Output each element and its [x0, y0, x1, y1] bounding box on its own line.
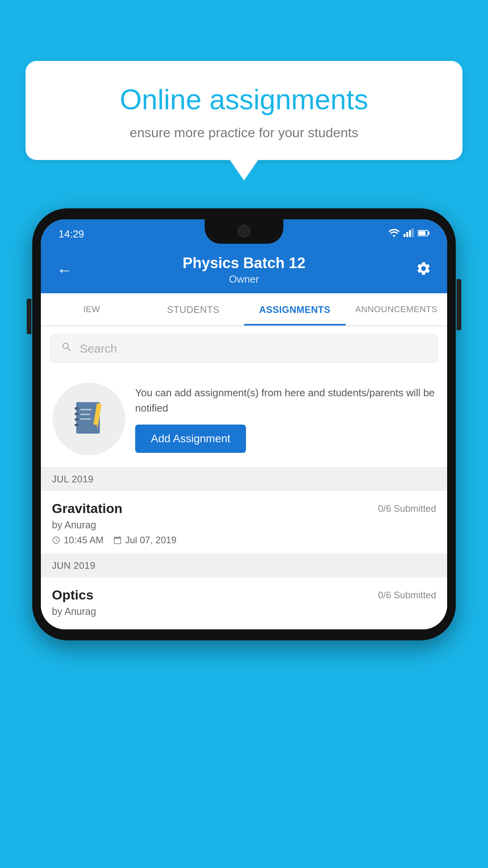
assignment-item-optics[interactable]: Optics 0/6 Submitted by Anurag [41, 577, 447, 629]
assignment-item-gravitation[interactable]: Gravitation 0/6 Submitted by Anurag 10:4… [41, 491, 447, 554]
svg-rect-0 [404, 234, 405, 237]
wifi-icon [389, 228, 400, 239]
speech-bubble: Online assignments ensure more practice … [26, 61, 462, 160]
tab-students[interactable]: STUDENTS [143, 293, 244, 326]
svg-rect-3 [412, 228, 414, 237]
phone-wrapper: 14:29 [32, 208, 456, 640]
assignment-meta: 10:45 AM Jul 07, 2019 [52, 535, 436, 546]
battery-icon [418, 229, 429, 239]
speech-bubble-container: Online assignments ensure more practice … [26, 61, 462, 160]
bubble-title: Online assignments [49, 83, 439, 116]
signal-icon [404, 228, 414, 239]
status-time: 14:29 [59, 228, 84, 240]
tab-announcements[interactable]: ANNOUNCEMENTS [346, 293, 448, 326]
search-placeholder: Search [80, 342, 117, 355]
phone-side-button-right [457, 279, 461, 330]
tab-assignments[interactable]: ASSIGNMENTS [244, 293, 346, 326]
tab-iew[interactable]: IEW [41, 293, 143, 326]
back-button[interactable]: ← [57, 261, 72, 279]
calendar-icon [113, 536, 122, 544]
notebook-icon [72, 400, 106, 438]
assignment-icon-circle [53, 383, 125, 455]
section-header-jun: JUN 2019 [41, 554, 447, 577]
phone-device: 14:29 [32, 208, 456, 640]
assignment-name: Gravitation [52, 501, 122, 516]
add-assignment-button[interactable]: Add Assignment [135, 425, 246, 453]
svg-rect-15 [80, 414, 90, 415]
assignment-item-top: Gravitation 0/6 Submitted [52, 501, 436, 516]
svg-rect-5 [418, 231, 426, 235]
bubble-subtitle: ensure more practice for your students [49, 125, 439, 140]
header-center: Physics Batch 12 Owner [72, 255, 416, 285]
header-title: Physics Batch 12 [72, 255, 416, 272]
assignment-by: by Anurag [52, 519, 436, 531]
settings-button[interactable] [416, 261, 431, 280]
search-icon [61, 341, 73, 356]
assignment-banner: You can add assignment(s) from here and … [41, 371, 447, 467]
assignment-submitted-optics: 0/6 Submitted [378, 590, 436, 601]
svg-rect-11 [75, 424, 79, 426]
header-subtitle: Owner [72, 273, 416, 285]
svg-rect-10 [75, 418, 79, 421]
section-header-jul: JUL 2019 [41, 467, 447, 491]
svg-rect-2 [409, 230, 411, 237]
search-container: Search [41, 326, 447, 371]
search-bar[interactable]: Search [51, 334, 437, 363]
assignment-date: Jul 07, 2019 [113, 535, 176, 546]
tabs-bar: IEW STUDENTS ASSIGNMENTS ANNOUNCEMENTS [41, 293, 447, 326]
assignment-info: You can add assignment(s) from here and … [135, 385, 435, 453]
phone-screen: 14:29 [41, 219, 447, 629]
svg-rect-6 [428, 232, 429, 235]
assignment-time: 10:45 AM [52, 535, 103, 546]
svg-rect-8 [75, 407, 79, 410]
assignment-description: You can add assignment(s) from here and … [135, 385, 435, 416]
assignment-by-optics: by Anurag [52, 606, 436, 617]
assignment-name-optics: Optics [52, 587, 94, 603]
clock-icon [52, 536, 61, 544]
svg-rect-14 [80, 409, 92, 410]
assignment-submitted: 0/6 Submitted [378, 503, 436, 514]
phone-side-button-left [27, 299, 31, 334]
svg-rect-1 [406, 232, 408, 237]
status-icons [389, 228, 429, 239]
svg-rect-9 [75, 413, 79, 415]
app-header: ← Physics Batch 12 Owner [41, 246, 447, 293]
assignment-item-top-optics: Optics 0/6 Submitted [52, 587, 436, 603]
svg-rect-16 [80, 418, 91, 420]
status-bar: 14:29 [41, 219, 447, 246]
